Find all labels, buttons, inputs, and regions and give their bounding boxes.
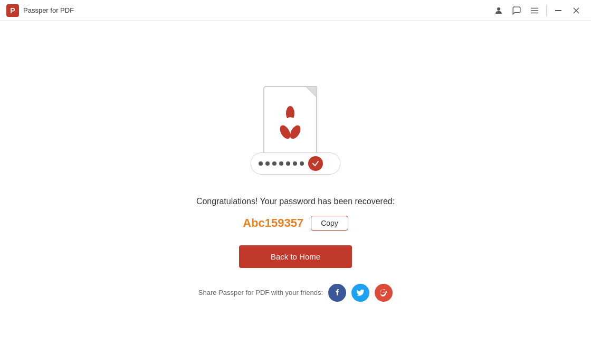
- dot-2: [265, 161, 270, 166]
- congrats-text: Congratulations! Your password has been …: [196, 197, 395, 206]
- dot-6: [293, 161, 297, 166]
- password-bar: [251, 152, 340, 175]
- check-icon: [308, 156, 323, 171]
- svg-rect-4: [555, 10, 561, 11]
- title-bar-controls: [490, 2, 585, 19]
- svg-point-11: [285, 117, 295, 127]
- app-logo: P: [6, 4, 19, 17]
- copy-button[interactable]: Copy: [311, 216, 348, 231]
- facebook-share-button[interactable]: [328, 284, 346, 302]
- dot-4: [279, 161, 283, 166]
- minimize-button[interactable]: [550, 2, 567, 19]
- password-display: Abc159357 Copy: [243, 216, 348, 231]
- dot-7: [300, 161, 304, 166]
- googleplus-share-button[interactable]: [375, 284, 393, 302]
- back-home-button[interactable]: Back to Home: [239, 245, 352, 268]
- logo-letter: P: [10, 6, 15, 15]
- twitter-share-button[interactable]: [351, 284, 369, 302]
- share-label: Share Passper for PDF with your friends:: [198, 289, 323, 296]
- user-button[interactable]: [490, 2, 507, 19]
- dot-5: [286, 161, 290, 166]
- menu-button[interactable]: [526, 2, 543, 19]
- main-content: Congratulations! Your password has been …: [0, 21, 591, 364]
- chat-button[interactable]: [508, 2, 525, 19]
- close-button[interactable]: [568, 2, 585, 19]
- svg-point-0: [497, 7, 500, 11]
- title-bar: P Passper for PDF: [0, 0, 591, 21]
- dot-1: [259, 161, 263, 166]
- title-separator: [546, 5, 547, 16]
- recovered-password: Abc159357: [243, 216, 303, 230]
- app-title: Passper for PDF: [23, 6, 490, 14]
- pdf-icon-container: [261, 84, 330, 165]
- password-dots: [259, 161, 304, 166]
- share-row: Share Passper for PDF with your friends:: [198, 284, 393, 302]
- pdf-file-icon: [261, 84, 330, 163]
- dot-3: [272, 161, 277, 166]
